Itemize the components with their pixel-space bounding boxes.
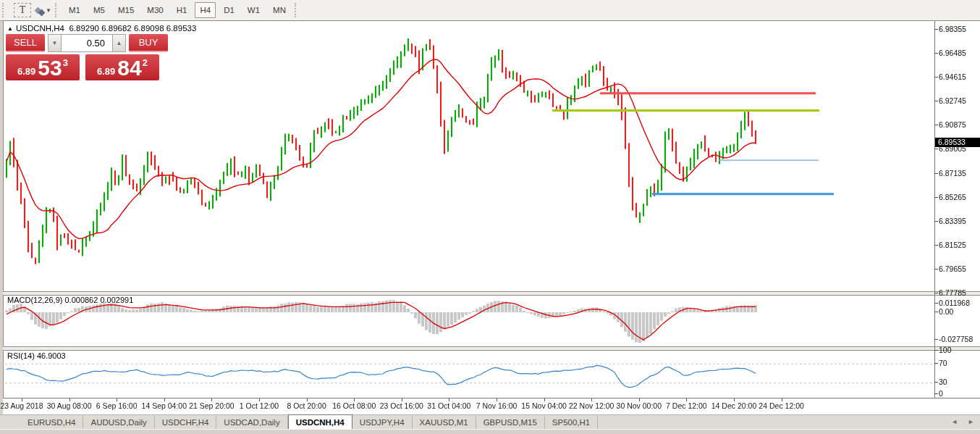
macd-indicator-canvas[interactable]: [5, 295, 936, 348]
buy-price-display[interactable]: 6.89 84 2: [85, 54, 159, 80]
price-axis-label: 6.98355: [939, 25, 966, 33]
chart-tabbar: EURUSD,H4AUDUSD,DailyUSDCHF,H4USDCAD,Dai…: [0, 414, 980, 429]
timeframe-button-m30[interactable]: M30: [142, 2, 168, 18]
tab-scroll-left-icon[interactable]: ◄: [951, 418, 958, 425]
date-axis-label: 16 Oct 08:00: [332, 401, 376, 410]
tab-usdcnh-h4[interactable]: USDCNH,H4: [288, 414, 352, 429]
timeframe-button-m15[interactable]: M15: [113, 2, 139, 18]
axis-tick: [934, 101, 938, 101]
date-axis-label: 23 Oct 16:00: [380, 401, 423, 410]
rsi-indicator-canvas[interactable]: [5, 350, 936, 398]
timeframe-button-mn[interactable]: MN: [268, 2, 291, 18]
buy-price-pip: 2: [143, 57, 148, 68]
axis-tick: [934, 269, 938, 270]
timeframe-button-w1[interactable]: W1: [242, 2, 265, 18]
rsi-axis-label: 0: [939, 389, 943, 398]
macd-label: MACD(12,26,9) 0.000862 0.002991: [7, 296, 133, 304]
date-axis-label: 22 Nov 12:00: [569, 401, 614, 410]
date-axis-label: 1 Oct 12:00: [240, 401, 279, 410]
date-tick: [591, 398, 592, 401]
mt4-terminal: T ▾ M1M5M15M30H1H4D1W1MN ▲USDCNH,H4 6.89…: [0, 0, 980, 434]
date-axis[interactable]: 23 Aug 201830 Aug 08:006 Sep 16:0014 Sep…: [3, 398, 980, 415]
timeframe-button-m5[interactable]: M5: [88, 2, 110, 18]
date-axis-label: 6 Sep 16:00: [96, 401, 138, 410]
pane-splitter[interactable]: [3, 346, 980, 351]
axis-tick: [934, 339, 938, 340]
sell-price-prefix: 6.89: [17, 66, 35, 77]
date-tick: [449, 398, 449, 401]
date-tick: [22, 398, 22, 401]
buy-price-prefix: 6.89: [97, 66, 115, 77]
tab-usdchf-h4[interactable]: USDCHF,H4: [155, 416, 217, 429]
date-tick: [544, 398, 545, 401]
volume-decrease-button[interactable]: ▼: [48, 34, 62, 52]
timeframe-button-h1[interactable]: H1: [172, 2, 193, 18]
tab-usdcad-daily[interactable]: USDCAD,Daily: [216, 416, 287, 429]
date-axis-label: 7 Dec 12:00: [666, 401, 707, 410]
timeframe-button-h4[interactable]: H4: [195, 2, 216, 18]
pane-splitter[interactable]: [3, 291, 980, 296]
date-tick: [402, 398, 402, 401]
tab-gbpusd-m15[interactable]: GBPUSD,M15: [476, 416, 545, 429]
axis-tick: [934, 363, 938, 364]
axis-tick: [934, 197, 938, 198]
date-axis-label: 8 Oct 20:00: [287, 401, 326, 410]
sell-price-display[interactable]: 6.89 53 3: [6, 54, 80, 80]
close-value: 6.89533: [166, 24, 197, 33]
low-value: 6.89098: [134, 24, 164, 33]
timeframe-toolbar: T ▾ M1M5M15M30H1H4D1W1MN: [0, 0, 980, 21]
date-axis-label: 24 Dec 12:00: [759, 401, 803, 410]
status-bar: [0, 429, 980, 434]
date-axis-label: 21 Sep 20:00: [189, 401, 234, 410]
date-tick: [69, 398, 70, 401]
toolbar-grip[interactable]: [2, 3, 7, 17]
line-studies-icon[interactable]: ▾: [34, 1, 51, 19]
rsi-axis-label: 100: [939, 346, 952, 354]
tab-sp500-h1[interactable]: SP500,H1: [545, 416, 598, 429]
symbol-label: USDCNH,H4: [16, 24, 64, 33]
axis-tick: [934, 149, 938, 149]
rsi-label: RSI(14) 46.9003: [7, 351, 66, 360]
timeframe-buttons: M1M5M15M30H1H4D1W1MN: [62, 2, 292, 18]
price-axis-label: 6.77785: [939, 288, 966, 297]
date-axis-label: 14 Sep 04:00: [142, 401, 187, 410]
buy-button[interactable]: BUY: [129, 34, 168, 52]
high-value: 6.89682: [101, 24, 132, 33]
volume-input[interactable]: 0.50: [62, 34, 112, 52]
axis-tick: [934, 29, 938, 30]
toolbar-grip[interactable]: [55, 3, 60, 17]
collapse-arrow-icon[interactable]: ▲: [7, 25, 13, 32]
sell-price-pip: 3: [63, 57, 68, 68]
axis-tick: [934, 382, 938, 383]
volume-increase-button[interactable]: ▲: [112, 34, 126, 52]
axis-tick: [934, 245, 938, 246]
date-tick: [354, 398, 355, 401]
tab-xauusd-m1[interactable]: XAUUSD,M1: [413, 416, 476, 429]
date-tick: [307, 398, 308, 401]
axis-tick: [934, 312, 938, 312]
tab-audusd-daily[interactable]: AUDUSD,Daily: [83, 416, 154, 429]
rsi-axis-label: 30: [939, 377, 947, 386]
volume-stepper: ▼ 0.50 ▲: [48, 34, 126, 52]
timeframe-button-d1[interactable]: D1: [219, 2, 240, 18]
price-axis-label: 6.85265: [939, 193, 966, 201]
sell-price-big: 53: [38, 58, 62, 78]
macd-axis-label: 0.011968: [939, 299, 970, 307]
axis-tick: [934, 125, 938, 125]
timeframe-button-m1[interactable]: M1: [64, 2, 85, 18]
date-tick: [211, 398, 212, 401]
axis-tick: [934, 221, 938, 222]
price-axis-label: 6.92745: [939, 96, 966, 105]
chevron-down-icon: ▾: [47, 7, 51, 14]
tab-usdjpy-h4[interactable]: USDJPY,H4: [352, 416, 413, 429]
tab-scroll-right-icon[interactable]: ►: [968, 418, 974, 425]
tab-eurusd-h4[interactable]: EURUSD,H4: [20, 416, 83, 429]
toolbar-grip[interactable]: [295, 3, 300, 17]
date-axis-label: 7 Nov 16:00: [476, 401, 518, 410]
sell-button[interactable]: SELL: [6, 34, 45, 52]
macd-axis-label: 0.00: [939, 307, 953, 316]
axis-tick: [934, 393, 938, 394]
price-axis-label: 6.81525: [939, 241, 966, 249]
text-tool-icon[interactable]: T: [14, 3, 31, 17]
axis-tick: [934, 77, 938, 78]
